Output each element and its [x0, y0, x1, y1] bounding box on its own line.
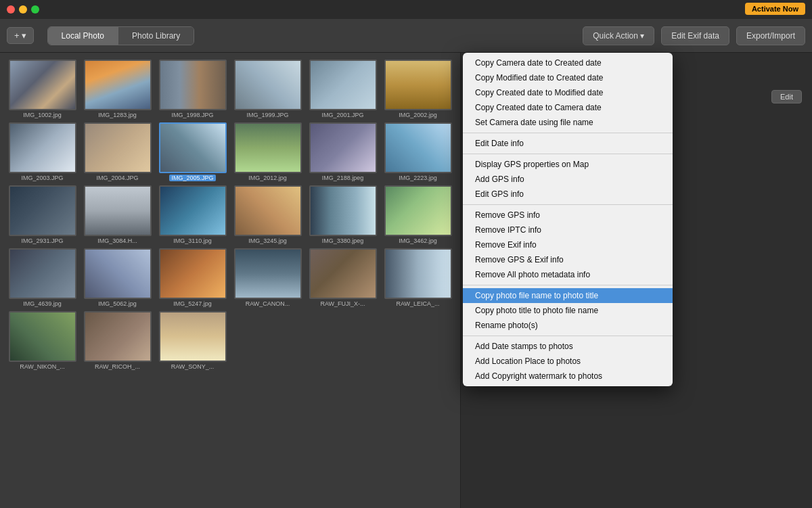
photo-item[interactable]: IMG_2002.jpg	[382, 60, 453, 118]
menu-item[interactable]: Copy Modified date to Created date	[463, 70, 673, 85]
photo-item[interactable]: IMG_3110.jpg	[157, 185, 228, 244]
close-button[interactable]	[7, 5, 15, 14]
quick-action-button[interactable]: Quick Action ▾	[583, 26, 654, 45]
photo-item[interactable]: IMG_2931.JPG	[7, 185, 78, 244]
photo-item[interactable]: IMG_1998.JPG	[157, 60, 228, 118]
photo-thumb-image	[386, 250, 451, 298]
photo-thumb	[9, 248, 76, 299]
photo-label: IMG_3380.jpeg	[322, 237, 364, 244]
photo-item[interactable]: IMG_2005.JPG	[157, 122, 228, 181]
photo-item[interactable]: IMG_3245.jpg	[232, 185, 303, 244]
photo-item[interactable]: IMG_5247.jpg	[157, 248, 228, 307]
photo-item[interactable]: IMG_3462.jpg	[382, 185, 453, 244]
photo-thumb-image	[386, 124, 451, 172]
menu-separator	[463, 285, 673, 285]
photo-item[interactable]: RAW_SONY_...	[157, 311, 228, 370]
photo-thumb	[9, 60, 76, 110]
title-bar: Activate Now	[0, 0, 812, 19]
menu-item[interactable]: Add Date stamps to photos	[463, 339, 673, 354]
photo-thumb	[309, 122, 377, 173]
photo-thumb-image	[85, 187, 150, 235]
add-button[interactable]: + ▾	[7, 27, 34, 44]
photo-item[interactable]: IMG_4639.jpg	[7, 248, 78, 307]
maximize-button[interactable]	[31, 5, 39, 14]
photo-item[interactable]: IMG_2003.JPG	[7, 122, 78, 181]
menu-item[interactable]: Add Location Place to photos	[463, 354, 673, 369]
photo-thumb-image	[160, 250, 225, 298]
export-import-button[interactable]: Export/Import	[736, 26, 805, 45]
photo-item[interactable]: RAW_CANON...	[232, 248, 303, 307]
menu-item[interactable]: Remove IPTC info	[463, 223, 673, 237]
edit-exif-button[interactable]: Edit Exif data	[661, 26, 729, 45]
photo-label: IMG_2223.jpg	[399, 175, 437, 181]
photo-item[interactable]: IMG_3380.jpeg	[307, 185, 378, 244]
menu-item[interactable]: Remove All photo metadata info	[463, 267, 673, 282]
photo-item[interactable]: RAW_RICOH_...	[82, 311, 153, 370]
photo-item[interactable]: IMG_1002.jpg	[7, 60, 78, 118]
tab-group: Local Photo Photo Library	[47, 26, 195, 45]
photo-item[interactable]: RAW_FUJI_X-...	[307, 248, 378, 307]
photo-item[interactable]: IMG_1283.jpg	[82, 60, 153, 118]
menu-item[interactable]: Copy photo file name to photo title	[463, 288, 673, 303]
toolbar: + ▾ Local Photo Photo Library Quick Acti…	[0, 19, 812, 53]
photo-item[interactable]: IMG_2188.jpeg	[307, 122, 378, 181]
menu-item[interactable]: Remove Exif info	[463, 237, 673, 252]
photo-label: IMG_2005.JPG	[169, 175, 215, 181]
photo-item[interactable]: IMG_1999.JPG	[232, 60, 303, 118]
edit-button[interactable]: Edit	[771, 90, 802, 103]
menu-item[interactable]: Edit Date info	[463, 136, 673, 151]
photo-label: IMG_2188.jpeg	[322, 175, 364, 181]
minimize-button[interactable]	[19, 5, 27, 14]
photo-item[interactable]: IMG_2012.jpg	[232, 122, 303, 181]
menu-item[interactable]: Add GPS info	[463, 172, 673, 187]
photo-item[interactable]: RAW_NIKON_...	[7, 311, 78, 370]
local-photo-tab[interactable]: Local Photo	[48, 27, 118, 45]
main-content: IMG_1002.jpgIMG_1283.jpgIMG_1998.JPGIMG_…	[0, 53, 812, 508]
menu-item[interactable]: Copy Camera date to Created date	[463, 55, 673, 70]
photo-item[interactable]: IMG_2001.JPG	[307, 60, 378, 118]
menu-item[interactable]: Add Copyright watermark to photos	[463, 369, 673, 384]
menu-item[interactable]: Rename photo(s)	[463, 318, 673, 333]
menu-item[interactable]: Remove GPS & Exif info	[463, 252, 673, 267]
photo-thumb-image	[10, 187, 75, 235]
photo-item[interactable]: IMG_5062.jpg	[82, 248, 153, 307]
photo-thumb	[159, 122, 227, 173]
photo-label: IMG_2012.jpg	[248, 175, 287, 181]
photo-label: IMG_1002.jpg	[23, 112, 62, 118]
photo-item[interactable]: IMG_2004.JPG	[82, 122, 153, 181]
photo-item[interactable]: IMG_3084.H...	[82, 185, 153, 244]
menu-item[interactable]: Edit GPS info	[463, 187, 673, 202]
activate-button[interactable]: Activate Now	[745, 3, 805, 15]
photo-thumb	[159, 311, 227, 362]
photo-thumb	[234, 248, 302, 299]
menu-separator	[463, 336, 673, 336]
photo-thumb	[9, 185, 76, 236]
photo-thumb	[84, 311, 152, 362]
photo-thumb	[84, 122, 152, 173]
photo-item[interactable]: RAW_LEICA_...	[382, 248, 453, 307]
traffic-lights	[7, 5, 39, 14]
add-dropdown-icon: ▾	[22, 30, 26, 41]
photo-grid[interactable]: IMG_1002.jpgIMG_1283.jpgIMG_1998.JPGIMG_…	[0, 53, 460, 508]
photo-label: RAW_FUJI_X-...	[320, 300, 365, 307]
photo-thumb-image	[311, 61, 376, 109]
photo-label: IMG_3084.H...	[97, 237, 137, 244]
photo-item[interactable]: IMG_2223.jpg	[382, 122, 453, 181]
menu-item[interactable]: Copy Created date to Camera date	[463, 100, 673, 115]
menu-item[interactable]: Set Camera date using file name	[463, 115, 673, 130]
photo-thumb	[384, 122, 452, 173]
photo-label: IMG_4639.jpg	[23, 300, 62, 307]
menu-item[interactable]: Remove GPS info	[463, 208, 673, 223]
photo-thumb	[159, 60, 227, 110]
photo-label: RAW_NIKON_...	[20, 363, 65, 370]
photo-label: IMG_2931.JPG	[21, 237, 63, 244]
photo-thumb-image	[10, 61, 75, 109]
photo-thumb-image	[160, 313, 225, 361]
menu-item[interactable]: Copy photo title to photo file name	[463, 303, 673, 318]
photo-thumb	[84, 60, 152, 110]
photo-thumb-image	[235, 124, 300, 172]
menu-item[interactable]: Copy Created date to Modified date	[463, 85, 673, 100]
menu-item[interactable]: Display GPS properties on Map	[463, 157, 673, 172]
photo-library-tab[interactable]: Photo Library	[118, 27, 194, 45]
photo-thumb-image	[10, 313, 75, 361]
